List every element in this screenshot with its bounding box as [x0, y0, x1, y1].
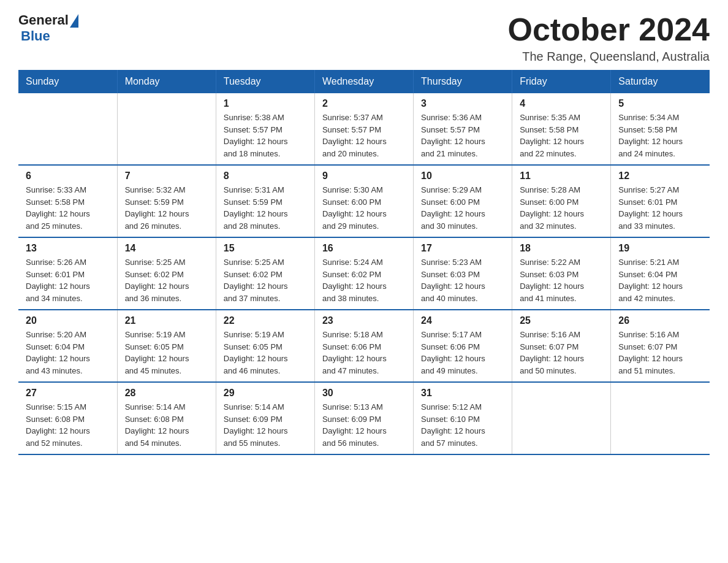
day-number: 10: [421, 170, 504, 182]
day-number: 31: [421, 388, 504, 399]
day-info: Sunrise: 5:30 AM Sunset: 6:00 PM Dayligh…: [322, 184, 406, 232]
table-row: 15Sunrise: 5:25 AM Sunset: 6:02 PM Dayli…: [216, 237, 314, 310]
title-area: October 2024 The Range, Queensland, Aust…: [508, 12, 710, 64]
day-info: Sunrise: 5:25 AM Sunset: 6:02 PM Dayligh…: [224, 256, 307, 304]
table-row: 24Sunrise: 5:17 AM Sunset: 6:06 PM Dayli…: [414, 310, 512, 382]
table-row: 26Sunrise: 5:16 AM Sunset: 6:07 PM Dayli…: [611, 310, 710, 382]
day-number: 30: [322, 388, 406, 399]
day-number: 11: [520, 170, 603, 182]
day-info: Sunrise: 5:16 AM Sunset: 6:07 PM Dayligh…: [618, 329, 702, 377]
day-info: Sunrise: 5:14 AM Sunset: 6:09 PM Dayligh…: [224, 401, 307, 449]
col-thursday: Thursday: [414, 70, 512, 93]
day-info: Sunrise: 5:14 AM Sunset: 6:08 PM Dayligh…: [125, 401, 208, 449]
day-info: Sunrise: 5:15 AM Sunset: 6:08 PM Dayligh…: [26, 401, 110, 449]
table-row: 16Sunrise: 5:24 AM Sunset: 6:02 PM Dayli…: [314, 237, 413, 310]
day-info: Sunrise: 5:37 AM Sunset: 5:57 PM Dayligh…: [322, 112, 406, 159]
day-number: 8: [224, 170, 307, 182]
day-info: Sunrise: 5:19 AM Sunset: 6:05 PM Dayligh…: [224, 329, 307, 377]
table-row: 4Sunrise: 5:35 AM Sunset: 5:58 PM Daylig…: [512, 93, 611, 165]
day-info: Sunrise: 5:28 AM Sunset: 6:00 PM Dayligh…: [520, 184, 603, 232]
day-number: 21: [125, 315, 208, 326]
table-row: 18Sunrise: 5:22 AM Sunset: 6:03 PM Dayli…: [512, 237, 611, 310]
table-row: 21Sunrise: 5:19 AM Sunset: 6:05 PM Dayli…: [117, 310, 216, 382]
logo-triangle-icon: [70, 14, 78, 28]
day-info: Sunrise: 5:25 AM Sunset: 6:02 PM Dayligh…: [125, 256, 208, 304]
day-number: 22: [224, 315, 307, 326]
day-number: 9: [322, 170, 406, 182]
calendar-body: 1Sunrise: 5:38 AM Sunset: 5:57 PM Daylig…: [18, 93, 710, 454]
day-number: 1: [224, 98, 307, 109]
table-row: [611, 382, 710, 454]
col-saturday: Saturday: [611, 70, 710, 93]
table-row: 5Sunrise: 5:34 AM Sunset: 5:58 PM Daylig…: [611, 93, 710, 165]
day-number: 14: [125, 243, 208, 254]
table-row: [117, 93, 216, 165]
table-row: 11Sunrise: 5:28 AM Sunset: 6:00 PM Dayli…: [512, 165, 611, 237]
day-info: Sunrise: 5:19 AM Sunset: 6:05 PM Dayligh…: [125, 329, 208, 377]
table-row: 3Sunrise: 5:36 AM Sunset: 5:57 PM Daylig…: [414, 93, 512, 165]
day-info: Sunrise: 5:31 AM Sunset: 5:59 PM Dayligh…: [224, 184, 307, 232]
col-monday: Monday: [117, 70, 216, 93]
day-info: Sunrise: 5:17 AM Sunset: 6:06 PM Dayligh…: [421, 329, 504, 377]
day-info: Sunrise: 5:32 AM Sunset: 5:59 PM Dayligh…: [125, 184, 208, 232]
day-info: Sunrise: 5:22 AM Sunset: 6:03 PM Dayligh…: [520, 256, 603, 304]
day-info: Sunrise: 5:38 AM Sunset: 5:57 PM Dayligh…: [224, 112, 307, 159]
day-info: Sunrise: 5:29 AM Sunset: 6:00 PM Dayligh…: [421, 184, 504, 232]
day-number: 16: [322, 243, 406, 254]
day-info: Sunrise: 5:27 AM Sunset: 6:01 PM Dayligh…: [618, 184, 702, 232]
day-info: Sunrise: 5:13 AM Sunset: 6:09 PM Dayligh…: [322, 401, 406, 449]
day-info: Sunrise: 5:23 AM Sunset: 6:03 PM Dayligh…: [421, 256, 504, 304]
table-row: 7Sunrise: 5:32 AM Sunset: 5:59 PM Daylig…: [117, 165, 216, 237]
day-number: 7: [125, 170, 208, 182]
table-row: 27Sunrise: 5:15 AM Sunset: 6:08 PM Dayli…: [18, 382, 117, 454]
day-number: 29: [224, 388, 307, 399]
location-title: The Range, Queensland, Australia: [508, 50, 710, 64]
table-row: 6Sunrise: 5:33 AM Sunset: 5:58 PM Daylig…: [18, 165, 117, 237]
day-number: 6: [26, 170, 110, 182]
day-number: 26: [618, 315, 702, 326]
day-info: Sunrise: 5:18 AM Sunset: 6:06 PM Dayligh…: [322, 329, 406, 377]
day-info: Sunrise: 5:35 AM Sunset: 5:58 PM Dayligh…: [520, 112, 603, 159]
table-row: 14Sunrise: 5:25 AM Sunset: 6:02 PM Dayli…: [117, 237, 216, 310]
day-number: 13: [26, 243, 110, 254]
day-info: Sunrise: 5:21 AM Sunset: 6:04 PM Dayligh…: [618, 256, 702, 304]
table-row: [512, 382, 611, 454]
table-row: 2Sunrise: 5:37 AM Sunset: 5:57 PM Daylig…: [314, 93, 413, 165]
logo-general: General: [18, 12, 69, 28]
table-row: 1Sunrise: 5:38 AM Sunset: 5:57 PM Daylig…: [216, 93, 314, 165]
day-number: 2: [322, 98, 406, 109]
table-row: 22Sunrise: 5:19 AM Sunset: 6:05 PM Dayli…: [216, 310, 314, 382]
day-number: 3: [421, 98, 504, 109]
logo: General Blue: [18, 12, 78, 44]
day-info: Sunrise: 5:24 AM Sunset: 6:02 PM Dayligh…: [322, 256, 406, 304]
logo-blue: Blue: [21, 28, 50, 44]
table-row: 9Sunrise: 5:30 AM Sunset: 6:00 PM Daylig…: [314, 165, 413, 237]
col-wednesday: Wednesday: [314, 70, 413, 93]
day-info: Sunrise: 5:12 AM Sunset: 6:10 PM Dayligh…: [421, 401, 504, 449]
day-number: 17: [421, 243, 504, 254]
day-info: Sunrise: 5:20 AM Sunset: 6:04 PM Dayligh…: [26, 329, 110, 377]
table-row: 17Sunrise: 5:23 AM Sunset: 6:03 PM Dayli…: [414, 237, 512, 310]
table-row: 29Sunrise: 5:14 AM Sunset: 6:09 PM Dayli…: [216, 382, 314, 454]
table-row: 10Sunrise: 5:29 AM Sunset: 6:00 PM Dayli…: [414, 165, 512, 237]
table-row: 28Sunrise: 5:14 AM Sunset: 6:08 PM Dayli…: [117, 382, 216, 454]
table-row: [18, 93, 117, 165]
day-number: 23: [322, 315, 406, 326]
calendar-header: Sunday Monday Tuesday Wednesday Thursday…: [18, 70, 710, 93]
day-number: 28: [125, 388, 208, 399]
day-info: Sunrise: 5:16 AM Sunset: 6:07 PM Dayligh…: [520, 329, 603, 377]
day-number: 15: [224, 243, 307, 254]
table-row: 30Sunrise: 5:13 AM Sunset: 6:09 PM Dayli…: [314, 382, 413, 454]
table-row: 13Sunrise: 5:26 AM Sunset: 6:01 PM Dayli…: [18, 237, 117, 310]
day-number: 18: [520, 243, 603, 254]
table-row: 20Sunrise: 5:20 AM Sunset: 6:04 PM Dayli…: [18, 310, 117, 382]
day-number: 12: [618, 170, 702, 182]
day-number: 4: [520, 98, 603, 109]
day-info: Sunrise: 5:36 AM Sunset: 5:57 PM Dayligh…: [421, 112, 504, 159]
day-info: Sunrise: 5:26 AM Sunset: 6:01 PM Dayligh…: [26, 256, 110, 304]
table-row: 8Sunrise: 5:31 AM Sunset: 5:59 PM Daylig…: [216, 165, 314, 237]
table-row: 23Sunrise: 5:18 AM Sunset: 6:06 PM Dayli…: [314, 310, 413, 382]
day-number: 27: [26, 388, 110, 399]
table-row: 12Sunrise: 5:27 AM Sunset: 6:01 PM Dayli…: [611, 165, 710, 237]
table-row: 25Sunrise: 5:16 AM Sunset: 6:07 PM Dayli…: [512, 310, 611, 382]
